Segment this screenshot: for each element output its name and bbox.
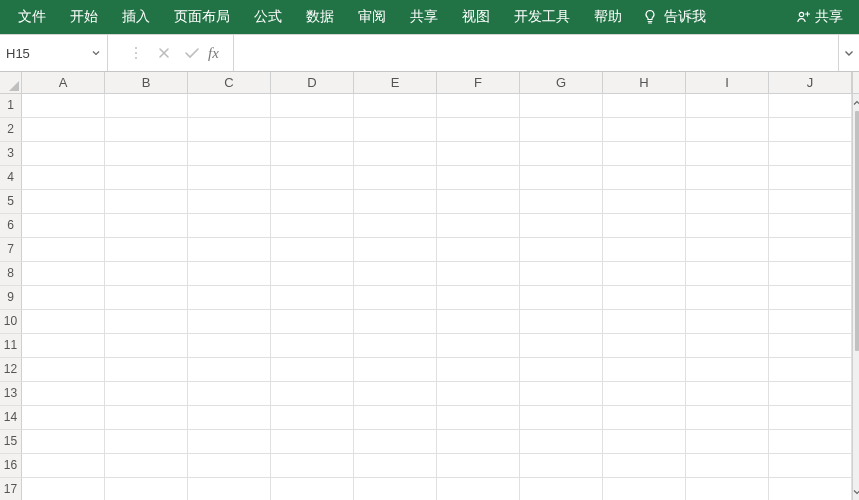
cell[interactable] <box>769 430 852 454</box>
cell[interactable] <box>769 166 852 190</box>
cell[interactable] <box>603 406 686 430</box>
cell[interactable] <box>603 430 686 454</box>
cell[interactable] <box>686 430 769 454</box>
cell[interactable] <box>354 238 437 262</box>
cell[interactable] <box>769 382 852 406</box>
cell[interactable] <box>437 214 520 238</box>
row-header[interactable]: 16 <box>0 454 22 478</box>
column-header[interactable]: E <box>354 72 437 93</box>
cell[interactable] <box>520 190 603 214</box>
select-all-corner[interactable] <box>0 72 22 94</box>
cell[interactable] <box>769 118 852 142</box>
cell[interactable] <box>603 118 686 142</box>
formula-input[interactable] <box>240 40 834 66</box>
name-box-dropdown[interactable] <box>87 41 105 65</box>
cell[interactable] <box>520 118 603 142</box>
cell[interactable] <box>22 358 105 382</box>
cell[interactable] <box>354 310 437 334</box>
cell[interactable] <box>686 478 769 500</box>
column-header[interactable]: I <box>686 72 769 93</box>
cell[interactable] <box>188 118 271 142</box>
cell[interactable] <box>686 238 769 262</box>
row-header[interactable]: 14 <box>0 406 22 430</box>
cell[interactable] <box>354 286 437 310</box>
cell[interactable] <box>686 190 769 214</box>
cell[interactable] <box>271 382 354 406</box>
cell[interactable] <box>603 238 686 262</box>
scroll-thumb[interactable] <box>855 111 859 351</box>
cell[interactable] <box>520 166 603 190</box>
cell[interactable] <box>105 406 188 430</box>
cell[interactable] <box>354 430 437 454</box>
cell[interactable] <box>188 358 271 382</box>
ribbon-tab-insert[interactable]: 插入 <box>110 0 162 34</box>
cell[interactable] <box>603 214 686 238</box>
cell[interactable] <box>22 142 105 166</box>
cell[interactable] <box>188 262 271 286</box>
cell[interactable] <box>437 430 520 454</box>
cell[interactable] <box>437 358 520 382</box>
ribbon-tab-data[interactable]: 数据 <box>294 0 346 34</box>
cell[interactable] <box>520 94 603 118</box>
row-header[interactable]: 15 <box>0 430 22 454</box>
cell[interactable] <box>271 334 354 358</box>
cell[interactable] <box>354 118 437 142</box>
cell[interactable] <box>437 190 520 214</box>
cell[interactable] <box>271 406 354 430</box>
cell[interactable] <box>271 238 354 262</box>
cell[interactable] <box>105 382 188 406</box>
cell[interactable] <box>520 142 603 166</box>
cell[interactable] <box>354 478 437 500</box>
cell[interactable] <box>22 406 105 430</box>
cell[interactable] <box>354 406 437 430</box>
cell[interactable] <box>437 262 520 286</box>
cell[interactable] <box>271 214 354 238</box>
cell[interactable] <box>354 358 437 382</box>
cell[interactable] <box>105 358 188 382</box>
name-box[interactable]: H15 <box>0 35 108 71</box>
cell[interactable] <box>354 94 437 118</box>
cell[interactable] <box>686 334 769 358</box>
cell[interactable] <box>271 190 354 214</box>
cell[interactable] <box>603 94 686 118</box>
cell[interactable] <box>520 382 603 406</box>
cell[interactable] <box>520 238 603 262</box>
cell[interactable] <box>769 454 852 478</box>
column-header[interactable]: J <box>769 72 852 93</box>
cell[interactable] <box>105 142 188 166</box>
cell[interactable] <box>686 118 769 142</box>
cell[interactable] <box>603 142 686 166</box>
cell[interactable] <box>354 214 437 238</box>
cell[interactable] <box>105 94 188 118</box>
ribbon-tab-page-layout[interactable]: 页面布局 <box>162 0 242 34</box>
cell[interactable] <box>686 262 769 286</box>
cell[interactable] <box>686 214 769 238</box>
cell[interactable] <box>105 238 188 262</box>
cell[interactable] <box>769 334 852 358</box>
cell[interactable] <box>520 478 603 500</box>
cell[interactable] <box>22 238 105 262</box>
cell[interactable] <box>105 454 188 478</box>
ribbon-tab-view[interactable]: 视图 <box>450 0 502 34</box>
cell[interactable] <box>271 142 354 166</box>
cell[interactable] <box>188 94 271 118</box>
cell[interactable] <box>769 262 852 286</box>
ribbon-tab-share-menu[interactable]: 共享 <box>398 0 450 34</box>
cell[interactable] <box>603 190 686 214</box>
cell[interactable] <box>188 454 271 478</box>
cell[interactable] <box>437 478 520 500</box>
share-button[interactable]: 共享 <box>785 0 853 34</box>
row-header[interactable]: 13 <box>0 382 22 406</box>
row-header[interactable]: 12 <box>0 358 22 382</box>
cell[interactable] <box>437 454 520 478</box>
cell[interactable] <box>686 454 769 478</box>
cell[interactable] <box>603 358 686 382</box>
ribbon-tab-formulas[interactable]: 公式 <box>242 0 294 34</box>
cell[interactable] <box>603 166 686 190</box>
cell[interactable] <box>271 454 354 478</box>
cell[interactable] <box>22 454 105 478</box>
row-header[interactable]: 8 <box>0 262 22 286</box>
cell[interactable] <box>437 118 520 142</box>
cell[interactable] <box>354 166 437 190</box>
cell[interactable] <box>769 214 852 238</box>
